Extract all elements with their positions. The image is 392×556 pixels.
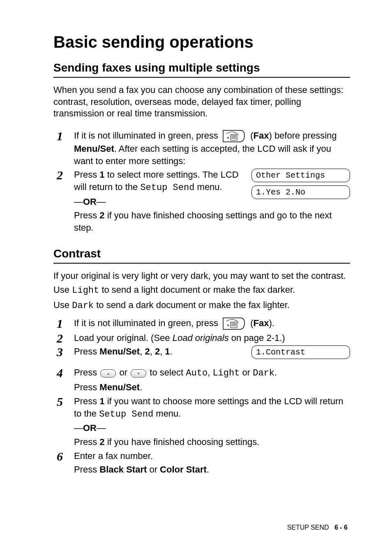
- intro-paragraph: When you send a fax you can choose any c…: [53, 84, 350, 120]
- light-mono: Light: [72, 285, 99, 296]
- down-arrow-icon: [131, 369, 146, 378]
- text: if you have finished choosing settings a…: [74, 210, 332, 233]
- text: .: [140, 382, 142, 392]
- text: to send a dark document or make the fax …: [94, 300, 290, 310]
- text: Load your original. (See: [74, 333, 173, 343]
- contrast-para2: Use Light to send a light document or ma…: [53, 284, 350, 297]
- text: Press: [74, 346, 99, 357]
- step-number: 1: [57, 315, 63, 332]
- text: Press: [74, 396, 99, 406]
- text: ).: [269, 318, 274, 328]
- dark-mono: Dark: [253, 368, 274, 378]
- key-1: 1: [99, 396, 104, 406]
- dark-mono: Dark: [72, 301, 94, 311]
- or-label: OR: [83, 197, 97, 207]
- text: Press: [74, 464, 99, 475]
- text: ,: [208, 367, 212, 378]
- setup-send-mono: Setup Send: [140, 183, 194, 193]
- text: Enter a fax number.: [74, 450, 350, 462]
- text: .: [274, 367, 277, 378]
- contrast-para1: If your original is very light or very d…: [53, 270, 350, 282]
- text: on page 2-1.): [229, 333, 285, 343]
- page-title: Basic sending operations: [53, 33, 350, 51]
- fax-label: Fax: [254, 318, 269, 328]
- section-rule: [53, 263, 350, 264]
- step-2: 2 Other Settings 1.Yes 2.No Press 1 to s…: [53, 169, 350, 235]
- color-start-label: Color Start: [160, 464, 207, 475]
- text: menu.: [194, 182, 222, 192]
- contrast-para3: Use Dark to send a dark document or make…: [53, 299, 350, 312]
- fax-label: Fax: [254, 130, 269, 141]
- footer-label: SETUP SEND: [287, 524, 329, 531]
- text: if you have finished choosing settings.: [105, 437, 260, 447]
- step-6: 6 Enter a fax number. Press Black Start …: [53, 450, 350, 476]
- step-number: 5: [57, 394, 63, 410]
- key-1: 1: [165, 346, 170, 357]
- step1-text-pre: If it is not illuminated in green, press: [74, 130, 221, 141]
- fax-icon: [222, 317, 246, 330]
- load-originals-link[interactable]: Load originals: [173, 333, 229, 343]
- page-footer: SETUP SEND 6 - 6: [287, 524, 348, 531]
- footer-page-number: 6 - 6: [334, 524, 348, 531]
- black-start-label: Black Start: [99, 464, 147, 475]
- setup-send-mono: Setup Send: [99, 409, 153, 419]
- text: to select: [150, 367, 186, 378]
- text: .: [207, 464, 209, 475]
- step-5: 5 Press 1 if you want to choose more set…: [53, 395, 350, 448]
- text: to send a light document or make the fax…: [99, 285, 295, 295]
- text: or: [119, 367, 130, 378]
- step-number: 1: [57, 128, 63, 145]
- steps-section1: 1 If it is not illuminated in green, pre…: [53, 130, 350, 236]
- lcd-display-contrast: 1.Contrast: [251, 345, 350, 359]
- text: Press: [74, 382, 99, 392]
- text: or: [240, 367, 253, 378]
- text: Use: [53, 300, 72, 310]
- step-2: 2 Load your original. (See Load original…: [53, 332, 350, 344]
- text: ,: [160, 346, 165, 357]
- step1-text-post1: ) before pressing: [269, 130, 337, 141]
- step-number: 3: [57, 344, 63, 361]
- lcd-display-other-settings: Other Settings: [251, 169, 350, 182]
- lcd-display-group: 1.Contrast: [251, 345, 350, 362]
- light-mono: Light: [212, 368, 240, 378]
- up-arrow-icon: [100, 369, 116, 378]
- step-number: 2: [57, 167, 63, 184]
- step-number: 6: [57, 448, 63, 465]
- key-2: 2: [155, 346, 160, 357]
- text: .: [170, 346, 173, 357]
- menu-set-label: Menu/Set: [74, 144, 114, 154]
- menu-set-label: Menu/Set: [99, 382, 140, 392]
- section-heading-sending: Sending faxes using multiple settings: [53, 61, 350, 74]
- step-1: 1 If it is not illuminated in green, pre…: [53, 130, 350, 167]
- key-1: 1: [99, 169, 104, 180]
- menu-set-label: Menu/Set: [99, 346, 140, 357]
- auto-mono: Auto: [186, 368, 208, 378]
- step-3: 3 1.Contrast Press Menu/Set, 2, 2, 1.: [53, 345, 350, 365]
- text: Use: [53, 285, 72, 295]
- text: If it is not illuminated in green, press: [74, 318, 221, 328]
- lcd-display-yes-no: 1.Yes 2.No: [251, 185, 350, 199]
- section-heading-contrast: Contrast: [53, 247, 350, 260]
- fax-icon: [222, 130, 246, 143]
- text: Press: [74, 210, 99, 220]
- section-rule: [53, 77, 350, 78]
- text: Press: [74, 437, 99, 447]
- steps-contrast: 1 If it is not illuminated in green, pre…: [53, 317, 350, 476]
- or-label: OR: [83, 423, 97, 433]
- key-2: 2: [99, 437, 104, 447]
- step-4: 4 Press or to select Auto, Light or Dark…: [53, 366, 350, 393]
- step-1: 1 If it is not illuminated in green, pre…: [53, 317, 350, 330]
- text: menu.: [153, 408, 181, 419]
- text: ,: [150, 346, 155, 357]
- key-2: 2: [99, 210, 104, 220]
- text: ,: [140, 346, 145, 357]
- step-number: 4: [57, 365, 63, 382]
- text: Press: [74, 169, 99, 180]
- text: Press: [74, 367, 99, 378]
- lcd-display-group: Other Settings 1.Yes 2.No: [251, 169, 350, 202]
- key-2: 2: [145, 346, 150, 357]
- text: or: [147, 464, 160, 475]
